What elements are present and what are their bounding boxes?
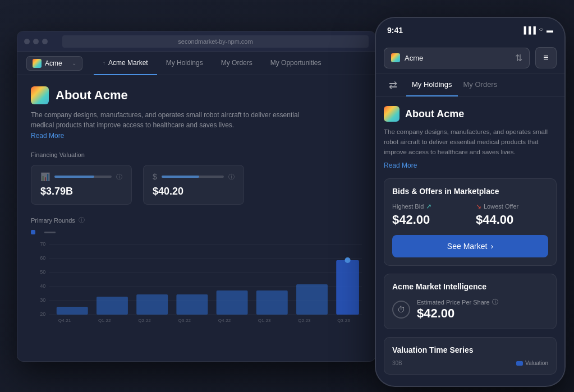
phone-tab-my-holdings[interactable]: My Holdings [406, 73, 458, 96]
card-2-info-icon: ⓘ [228, 173, 235, 181]
browser-chrome: secondmarket-by-npm.com [17, 31, 375, 52]
phone-header: Acme ⇅ ≡ [376, 43, 564, 73]
phone-about-section: About Acme The company designs, manufact… [384, 106, 557, 169]
offer-down-arrow-icon: ↘ [476, 202, 481, 210]
desktop-company-logo-large [31, 86, 49, 104]
svg-rect-12 [57, 307, 88, 315]
phone-company-select[interactable]: Acme ⇅ [384, 48, 530, 68]
phone-bids-offers-card: Bids & Offers in Marketplace Highest Bid… [384, 178, 557, 266]
dollar-icon: $ [153, 172, 157, 181]
desktop-financing-card-1: 📊 ⓘ $3.79B [31, 165, 132, 205]
phone-status-icons: ▐▐▐ ⌔ ▬ [521, 26, 553, 34]
card-1-bar-fill [54, 176, 94, 178]
svg-text:Q2-22: Q2-22 [138, 318, 151, 323]
desktop-tab-my-orders[interactable]: My Orders [212, 52, 261, 75]
phone-valuation-series-card: Valuation Time Series 30B Valuation [384, 337, 557, 375]
phone-company-logo-large [384, 106, 399, 122]
card-1-info-icon: ⓘ [116, 173, 122, 181]
phone-highest-bid: Highest Bid ↗ $42.00 [392, 202, 465, 227]
desktop-company-select[interactable]: Acme ⌄ [26, 56, 82, 71]
phone-highest-bid-label: Highest Bid ↗ [392, 202, 465, 210]
card-1-bar [54, 176, 112, 178]
desktop-company-chevron: ⌄ [72, 60, 76, 66]
phone-back-button[interactable]: ⇄ [384, 76, 402, 94]
browser-addressbar[interactable]: secondmarket-by-npm.com [62, 35, 369, 48]
phone-price-share-label: Estimated Price Per Share ⓘ [417, 298, 498, 306]
desktop-about-heading: About Acme [56, 88, 128, 103]
browser-dot-2 [33, 39, 39, 44]
phone-lowest-offer-label: ↘ Lowest Offer [476, 202, 548, 210]
desktop-financing-card-1-value: $3.79B [40, 186, 122, 197]
desktop-tab-my-holdings[interactable]: My Holdings [157, 52, 212, 75]
phone-tab-my-orders-label: My Orders [463, 80, 498, 89]
price-share-info-icon: ⓘ [492, 298, 498, 306]
desktop-tab-my-opportunities[interactable]: My Opportunities [261, 52, 330, 75]
desktop-tab-my-orders-label: My Orders [221, 59, 252, 67]
phone-market-intel-card: Acme Market Intelligence ⏱ Estimated Pri… [384, 274, 557, 329]
phone-menu-button[interactable]: ≡ [535, 47, 557, 68]
phone-market-intel-title: Acme Market Intelligence [392, 282, 548, 291]
phone-status-bar: 9:41 ▐▐▐ ⌔ ▬ [376, 18, 564, 43]
svg-text:Q1-23: Q1-23 [258, 318, 271, 323]
phone-highest-bid-value: $42.00 [392, 213, 465, 227]
svg-point-20 [345, 257, 350, 263]
svg-text:50: 50 [40, 269, 45, 275]
svg-rect-14 [136, 294, 168, 315]
phone-about-heading: About Acme [405, 108, 464, 120]
desktop-tab-acme-market-label: Acme Market [108, 59, 148, 67]
desktop-about-title: About Acme [31, 86, 362, 104]
svg-text:30: 30 [40, 297, 45, 303]
phone-lowest-offer: ↘ Lowest Offer $44.00 [476, 202, 548, 227]
desktop-primary-rounds-label: Primary Rounds [31, 217, 75, 224]
chevron-right-icon: › [490, 242, 493, 251]
svg-rect-18 [296, 284, 328, 315]
app-scene: secondmarket-by-npm.com Acme ⌄ ↑ Acme Ma… [0, 0, 574, 392]
svg-text:20: 20 [40, 311, 45, 317]
card-2-bar [162, 176, 224, 178]
legend-item-line [44, 232, 56, 233]
desktop-about-section: About Acme The company designs, manufact… [31, 86, 362, 140]
phone-tab-my-orders[interactable]: My Orders [458, 73, 503, 96]
valuation-range-label: 30B [392, 360, 402, 366]
phone-about-title: About Acme [384, 106, 557, 122]
desktop-company-logo-small [33, 59, 42, 68]
svg-rect-15 [176, 294, 208, 315]
desktop-financing-card-2-value: $40.20 [153, 186, 235, 197]
phone-company-chevron: ⇅ [515, 53, 522, 63]
desktop-app-nav: Acme ⌄ ↑ Acme Market My Holdings My Orde… [17, 52, 375, 75]
desktop-read-more-link[interactable]: Read More [31, 132, 64, 140]
svg-rect-19 [336, 260, 359, 315]
desktop-tab-my-holdings-label: My Holdings [166, 59, 203, 67]
phone-company-logo [391, 53, 400, 62]
phone-wifi-icon: ⌔ [539, 26, 543, 34]
svg-text:Q3-22: Q3-22 [178, 318, 191, 323]
tab-arrow-icon: ↑ [103, 60, 105, 66]
mobile-phone: 9:41 ▐▐▐ ⌔ ▬ Acme ⇅ ≡ ⇄ My Holdi [375, 17, 566, 387]
card-2-bar-fill [162, 176, 199, 178]
desktop-financing-cards: 📊 ⓘ $3.79B $ [31, 165, 362, 205]
primary-rounds-chart: 70 60 50 40 30 20 [31, 239, 362, 323]
browser-dot-1 [24, 39, 30, 44]
desktop-nav-tabs: ↑ Acme Market My Holdings My Orders My O… [94, 52, 330, 75]
browser-dot-3 [42, 39, 48, 44]
legend-dot-valuation [31, 230, 35, 234]
see-market-button[interactable]: See Market › [392, 235, 548, 257]
desktop-browser: secondmarket-by-npm.com Acme ⌄ ↑ Acme Ma… [17, 31, 376, 362]
desktop-financing-label: Financing Valuation [31, 151, 362, 158]
chart-icon: 📊 [40, 172, 50, 181]
hamburger-icon: ≡ [543, 53, 548, 63]
phone-price-share-row: ⏱ Estimated Price Per Share ⓘ $42.00 [392, 298, 548, 321]
phone-read-more-link[interactable]: Read More [384, 162, 557, 169]
svg-text:40: 40 [40, 283, 45, 289]
phone-signal-icon: ▐▐▐ [521, 26, 536, 34]
bid-up-arrow-icon: ↗ [426, 202, 431, 210]
desktop-card-1-header: 📊 ⓘ [40, 172, 122, 181]
svg-text:Q4-21: Q4-21 [58, 318, 71, 323]
phone-content: About Acme The company designs, manufact… [376, 97, 564, 382]
desktop-about-desc: The company designs, manufactures, and o… [31, 110, 300, 130]
desktop-tab-acme-market[interactable]: ↑ Acme Market [94, 52, 157, 75]
back-arrow-icon: ⇄ [389, 79, 397, 91]
phone-bids-offers-row: Highest Bid ↗ $42.00 ↘ Lowest Offer $44.… [392, 202, 548, 227]
browser-url: secondmarket-by-npm.com [178, 38, 252, 45]
phone-battery-icon: ▬ [547, 26, 553, 34]
